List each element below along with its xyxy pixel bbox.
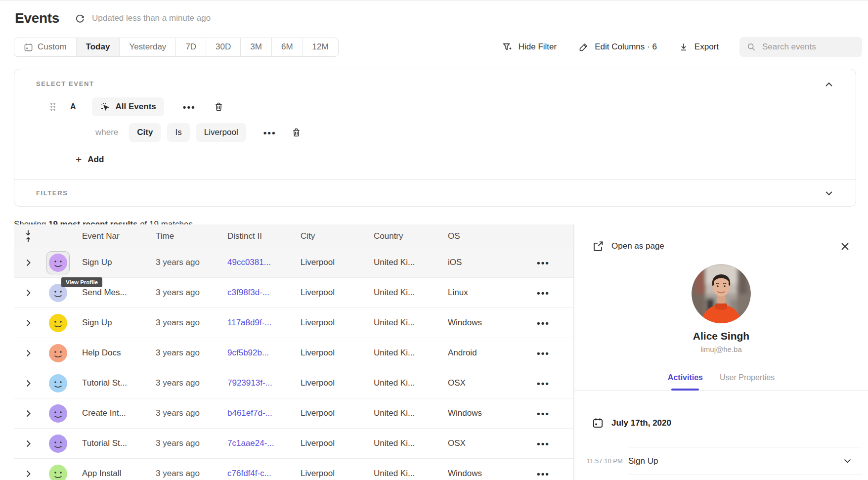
- tab-label: Today: [86, 42, 110, 52]
- tab-6m[interactable]: 6M: [272, 38, 303, 56]
- expand-filters-button[interactable]: [825, 191, 833, 196]
- user-avatar[interactable]: [49, 465, 67, 480]
- cell-distinct-id[interactable]: 7923913f-...: [218, 378, 292, 388]
- row-more-button[interactable]: •••: [537, 288, 550, 298]
- cell-city: Liverpool: [292, 469, 365, 479]
- filters-label: FILTERS: [36, 189, 68, 197]
- chevron-right-icon: [26, 259, 31, 266]
- user-avatar[interactable]: [49, 435, 67, 453]
- header-city[interactable]: City: [292, 231, 365, 241]
- collapse-section-button[interactable]: [825, 82, 833, 87]
- expand-row-button[interactable]: [14, 380, 43, 387]
- trash-icon: [291, 127, 302, 138]
- tab-custom[interactable]: Custom: [14, 38, 77, 56]
- expand-row-button[interactable]: [14, 440, 43, 447]
- event-selector-button[interactable]: All Events: [92, 97, 164, 116]
- table-row[interactable]: Tutorial St... 3 years ago 7c1aae24-... …: [14, 429, 573, 459]
- tab-today[interactable]: Today: [77, 38, 120, 56]
- table-row[interactable]: Tutorial St... 3 years ago 7923913f-... …: [14, 368, 573, 398]
- export-button[interactable]: Export: [679, 42, 719, 52]
- tab-7d[interactable]: 7D: [176, 38, 206, 56]
- tab-3m[interactable]: 3M: [241, 38, 272, 56]
- user-avatar[interactable]: [49, 404, 67, 423]
- table-row[interactable]: Help Docs 3 years ago 9cf5b92b... Liverp…: [14, 338, 573, 368]
- expand-row-button[interactable]: [14, 259, 43, 266]
- row-more-button[interactable]: •••: [537, 349, 550, 358]
- chevron-down-icon: [844, 459, 851, 463]
- hide-filter-button[interactable]: Hide Filter: [502, 42, 557, 52]
- value-selector-button[interactable]: Liverpool: [196, 123, 246, 142]
- header-os[interactable]: OS: [439, 231, 513, 241]
- expand-row-button[interactable]: [14, 349, 43, 357]
- row-more-button[interactable]: •••: [537, 379, 550, 388]
- operator-selector-button[interactable]: Is: [167, 123, 189, 142]
- cell-distinct-id[interactable]: 9cf5b92b...: [218, 348, 292, 358]
- where-more-button[interactable]: •••: [263, 128, 276, 137]
- cell-distinct-id[interactable]: 49cc0381...: [218, 258, 292, 267]
- table-row[interactable]: Create Int... 3 years ago b461ef7d-... L…: [14, 398, 573, 429]
- cell-event-name: Send Mes...: [73, 288, 147, 298]
- close-panel-button[interactable]: [841, 242, 849, 251]
- user-avatar[interactable]: [49, 344, 67, 362]
- expand-row-button[interactable]: [14, 289, 43, 297]
- expand-row-button[interactable]: [14, 470, 43, 478]
- user-avatar[interactable]: [49, 314, 67, 332]
- where-delete-button[interactable]: [291, 127, 302, 138]
- trash-icon: [214, 101, 224, 112]
- filters-section[interactable]: FILTERS: [14, 179, 856, 206]
- row-actions: •••: [513, 288, 573, 298]
- user-avatar[interactable]: [49, 374, 67, 393]
- open-as-page-button[interactable]: Open as page: [592, 240, 664, 252]
- table-row[interactable]: App Install 3 years ago c76fdf4f-c... Li…: [14, 459, 573, 480]
- activity-item[interactable]: Sign Up: [628, 447, 862, 475]
- tab-label: 7D: [185, 42, 196, 52]
- controls-row: Custom Today Yesterday 7D 30D 3M 6M 12M …: [14, 37, 862, 57]
- cell-distinct-id[interactable]: 117a8d9f-...: [218, 318, 292, 328]
- row-more-button[interactable]: •••: [537, 469, 550, 479]
- search-input[interactable]: Search events: [739, 37, 862, 57]
- tab-12m[interactable]: 12M: [303, 38, 338, 56]
- refresh-button[interactable]: [75, 13, 85, 23]
- external-link-icon: [592, 240, 604, 252]
- row-actions: •••: [513, 409, 573, 418]
- table-row[interactable]: Sign Up 3 years ago 117a8d9f-... Liverpo…: [14, 308, 573, 338]
- table-row[interactable]: Sign Up 3 years ago 49cc0381... Liverpoo…: [14, 248, 573, 278]
- drag-handle[interactable]: [50, 102, 55, 111]
- row-more-button[interactable]: •••: [537, 439, 550, 448]
- row-more-button[interactable]: •••: [537, 258, 550, 267]
- cell-distinct-id[interactable]: 7c1aae24-...: [218, 438, 292, 448]
- row-more-button[interactable]: •••: [537, 318, 550, 328]
- property-selector-button[interactable]: City: [129, 123, 161, 142]
- event-more-button[interactable]: •••: [183, 102, 196, 112]
- tab-user-properties[interactable]: User Properties: [720, 373, 775, 382]
- user-avatar[interactable]: [49, 254, 67, 272]
- cell-city: Liverpool: [292, 378, 365, 388]
- cell-distinct-id[interactable]: c76fdf4f-c...: [218, 469, 292, 479]
- edit-columns-button[interactable]: Edit Columns · 6: [578, 42, 657, 52]
- header-country[interactable]: Country: [365, 231, 439, 241]
- add-event-button[interactable]: + Add: [76, 154, 834, 166]
- cell-time: 3 years ago: [147, 408, 218, 418]
- header-time[interactable]: Time: [147, 231, 218, 241]
- event-delete-button[interactable]: [214, 101, 224, 112]
- row-actions: •••: [513, 469, 573, 479]
- tab-30d[interactable]: 30D: [206, 38, 241, 56]
- close-icon: [841, 242, 849, 251]
- expand-row-button[interactable]: [14, 410, 43, 417]
- table-row[interactable]: View Profile Send Mes... 3 years ago c3f…: [14, 278, 573, 308]
- cell-distinct-id[interactable]: c3f98f3d-...: [218, 288, 292, 298]
- collapse-all-button[interactable]: [14, 230, 43, 243]
- tab-yesterday[interactable]: Yesterday: [120, 38, 176, 56]
- tab-activities[interactable]: Activities: [668, 373, 703, 382]
- chevron-right-icon: [26, 440, 31, 447]
- expand-row-button[interactable]: [14, 319, 43, 327]
- avatar-cell: [43, 314, 73, 332]
- cell-distinct-id[interactable]: b461ef7d-...: [218, 408, 292, 418]
- tab-label: 30D: [216, 42, 231, 52]
- chevron-right-icon: [26, 289, 31, 297]
- row-more-button[interactable]: •••: [537, 409, 550, 418]
- header-distinct-id[interactable]: Distinct II: [218, 231, 292, 241]
- header-event-name[interactable]: Event Nar: [73, 231, 147, 241]
- edit-columns-label: Edit Columns · 6: [595, 42, 657, 52]
- profile-email: limuj@he.ba: [574, 345, 868, 353]
